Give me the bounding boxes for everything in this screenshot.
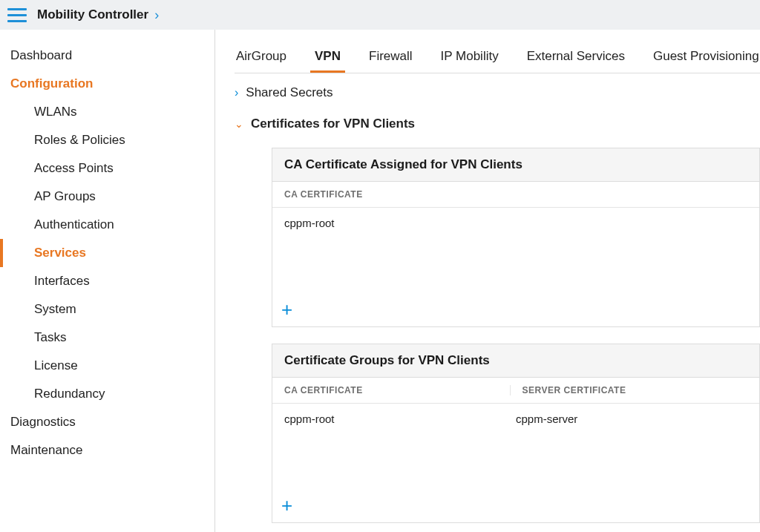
chevron-down-icon: ⌄: [235, 118, 243, 130]
tab-firewall[interactable]: Firewall: [367, 43, 414, 73]
tab-airgroup[interactable]: AirGroup: [235, 43, 288, 73]
table-header: CA CERTIFICATE: [272, 182, 759, 208]
sidebar-item-interfaces[interactable]: Interfaces: [0, 267, 214, 295]
card-title: Certificate Groups for VPN Clients: [272, 344, 759, 378]
card-title: CA Certificate Assigned for VPN Clients: [272, 148, 759, 182]
card-cert-groups: Certificate Groups for VPN Clients CA CE…: [272, 344, 760, 523]
chevron-right-icon: ›: [235, 86, 238, 99]
tab-guest[interactable]: Guest Provisioning: [652, 43, 760, 73]
add-icon[interactable]: +: [281, 494, 292, 516]
sidebar-item-wlans[interactable]: WLANs: [0, 98, 214, 126]
sidebar: Dashboard Configuration WLANs Roles & Po…: [0, 30, 215, 532]
sidebar-item-roles[interactable]: Roles & Policies: [0, 126, 214, 154]
sidebar-item-system[interactable]: System: [0, 295, 214, 324]
sidebar-item-services[interactable]: Services: [0, 239, 214, 267]
tab-external[interactable]: External Services: [525, 43, 626, 73]
cell-server-cert: cppm-server: [516, 413, 747, 425]
sidebar-item-tasks[interactable]: Tasks: [0, 324, 214, 352]
sidebar-item-configuration[interactable]: Configuration: [0, 70, 214, 98]
menu-icon[interactable]: [7, 5, 27, 24]
section-label: Shared Secrets: [246, 85, 332, 100]
tab-ipmobility[interactable]: IP Mobility: [439, 43, 500, 73]
add-icon[interactable]: +: [281, 298, 292, 321]
table-row[interactable]: cppm-root: [272, 208, 759, 238]
tabs: AirGroup VPN Firewall IP Mobility Extern…: [235, 43, 760, 73]
sidebar-item-ap-groups[interactable]: AP Groups: [0, 183, 214, 211]
sidebar-item-dashboard[interactable]: Dashboard: [0, 42, 214, 70]
table-row[interactable]: cppm-root cppm-server: [272, 404, 759, 434]
app-title: Mobility Controller: [37, 7, 148, 22]
sidebar-item-redundancy[interactable]: Redundancy: [0, 380, 214, 408]
chevron-right-icon[interactable]: ›: [154, 7, 159, 23]
sidebar-item-maintenance[interactable]: Maintenance: [0, 436, 214, 464]
column-header: CA CERTIFICATE: [284, 189, 363, 200]
main-content: AirGroup VPN Firewall IP Mobility Extern…: [215, 30, 760, 532]
tab-vpn[interactable]: VPN: [313, 43, 342, 73]
sidebar-item-access-points[interactable]: Access Points: [0, 154, 214, 183]
sidebar-item-diagnostics[interactable]: Diagnostics: [0, 408, 214, 436]
column-header: SERVER CERTIFICATE: [510, 385, 748, 395]
section-label: Certificates for VPN Clients: [251, 116, 415, 131]
column-header: CA CERTIFICATE: [284, 385, 510, 395]
sidebar-item-license[interactable]: License: [0, 352, 214, 380]
section-shared-secrets[interactable]: › Shared Secrets: [235, 85, 760, 100]
section-certs-vpn[interactable]: ⌄ Certificates for VPN Clients: [235, 116, 760, 131]
sidebar-item-auth[interactable]: Authentication: [0, 211, 214, 239]
cell-ca-cert: cppm-root: [284, 413, 516, 425]
cell-ca-cert: cppm-root: [284, 217, 335, 229]
table-header: CA CERTIFICATE SERVER CERTIFICATE: [272, 378, 759, 404]
card-ca-assigned: CA Certificate Assigned for VPN Clients …: [272, 148, 760, 327]
